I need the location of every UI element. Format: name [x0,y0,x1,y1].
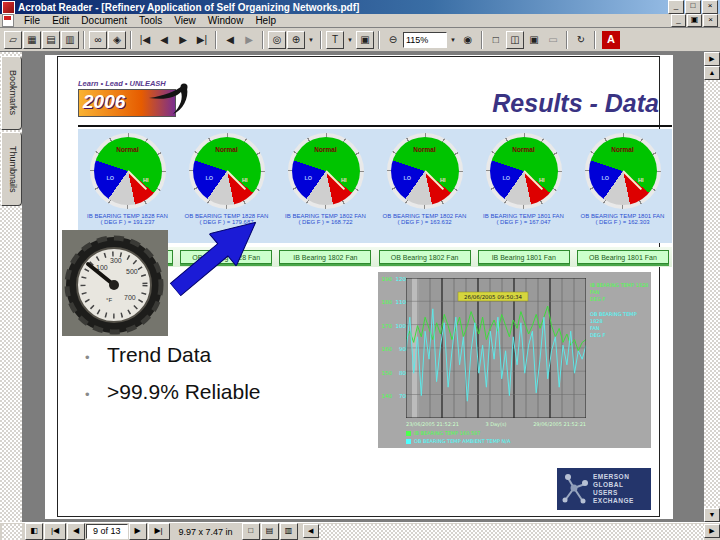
horizontal-scroll-track[interactable] [319,524,704,540]
gauge-dial[interactable]: NormalHILO [391,137,459,205]
menu-view[interactable]: View [168,14,202,27]
y-axis-green: 190180170160150140 [379,276,392,416]
gauge-dial-ring: NormalHILO [90,133,166,209]
fan-button[interactable]: IB Bearing 1801 Fan [478,250,570,264]
last-page-icon[interactable]: ▶| [148,523,170,540]
y-tick: 120 [393,276,406,299]
scroll-down-icon[interactable]: ▼ [704,508,720,522]
emerson-line: EXCHANGE [593,497,634,505]
bullet-text: Trend Data [107,343,211,367]
previous-page-icon[interactable]: ◀ [155,31,173,49]
tab-bookmarks[interactable]: Bookmarks [1,56,22,130]
fan-button[interactable]: OB Bearing 1801 Fan [577,250,669,264]
first-page-icon[interactable]: |◀ [136,31,154,49]
previous-page-icon[interactable]: ◀ [67,523,85,540]
legend-swatch [406,431,411,436]
vertical-scroll-track[interactable] [704,80,720,508]
gauge-hi-label: HI [440,177,446,183]
next-page-icon[interactable]: ▶ [129,523,147,540]
menu-file[interactable]: File [18,14,46,27]
menu-help[interactable]: Help [249,14,282,27]
tab-thumbnails[interactable]: Thumbnails [1,132,22,206]
gauge-dial[interactable]: NormalHILO [94,137,162,205]
bullet-item: • Trend Data [85,343,261,367]
bullet-list: • Trend Data • >99.9% Reliable [85,343,261,417]
zoom-out-icon[interactable]: ⊖ [384,31,402,49]
zoom-dropdown-icon[interactable]: ▼ [448,31,458,49]
doc-restore-icon[interactable]: ▣ [687,14,702,27]
menu-edit[interactable]: Edit [46,14,75,27]
fit-width-icon[interactable]: ◫ [506,31,524,49]
text-select-tool-icon[interactable]: T [326,31,344,49]
scroll-right-icon[interactable]: ▶ [704,524,720,538]
toolbar: ▱ ▦ ▤ ▥ ∞ ◈ |◀ ◀ ▶ ▶| ◀ ▶ ◎ ⊕ ▼ T ▼ ▣ ⊖ … [0,28,720,52]
page-indicator[interactable]: 9 of 13 [86,524,128,539]
y-tick: 70 [393,393,406,416]
first-page-icon[interactable]: |◀ [44,523,66,540]
save-icon[interactable]: ▦ [23,31,41,49]
window-title: Acrobat Reader - [Refinery Application o… [18,2,668,13]
select-tool-dropdown-icon[interactable]: ▼ [345,31,355,49]
print-icon[interactable]: ▤ [42,31,60,49]
gauge-dial[interactable]: NormalHILO [490,137,558,205]
scroll-up-icon[interactable]: ▲ [704,66,720,80]
zoom-in-icon[interactable]: ◉ [459,31,477,49]
show-hide-nav-icon[interactable]: ◈ [108,31,126,49]
email-icon[interactable]: ▥ [61,31,79,49]
analog-gauge-photo: 100 300 500 700 °F [62,230,168,336]
fit-page-icon[interactable]: ▣ [525,31,543,49]
gauge-hi-label: HI [341,177,347,183]
doc-close-icon[interactable]: × [703,14,718,27]
gauge-dial[interactable]: NormalHILO [193,137,261,205]
gauge-dial-ring: NormalHILO [189,133,265,209]
zoom-tool-dropdown-icon[interactable]: ▼ [306,31,316,49]
pane-splitter-icon[interactable]: ◧ [25,523,43,540]
horizontal-scrollbar[interactable]: ◀ ▶ [303,524,720,540]
leaping-figure-icon [145,82,189,122]
go-forward-icon[interactable]: ▶ [240,31,258,49]
fan-button[interactable]: OB Bearing 1802 Fan [379,250,471,264]
legend-text: IB BEARING TEMP 160.597 [414,430,480,436]
gauge: NormalHILOIB BEARING TEMP 1801 FAN( DEG … [474,129,573,243]
gauge-dial[interactable]: NormalHILO [292,137,360,205]
pdf-document-icon[interactable] [2,14,14,27]
layout-single-icon[interactable]: □ [242,523,260,540]
snapshot-tool-icon[interactable]: ▣ [356,31,374,49]
x-label-end: 29/06/2005 21:52:21 [533,421,586,427]
title-rule [78,125,672,127]
open-icon[interactable]: ▱ [4,31,22,49]
last-page-icon[interactable]: ▶| [193,31,211,49]
menu-window[interactable]: Window [202,14,250,27]
layout-facing-icon[interactable]: ▥ [280,523,298,540]
legend-right-line: FAN [590,325,650,332]
fan-button[interactable]: IB Bearing 1802 Fan [279,250,371,264]
fit-visible-icon[interactable]: ▭ [544,31,562,49]
legend-cyan: OB BEARING TEMP AMBIENT TEMP N/A [406,438,510,444]
actual-size-icon[interactable]: □ [487,31,505,49]
legend-right-line: IB BEARING TEMP 1828 [590,282,650,289]
menu-tools[interactable]: Tools [133,14,168,27]
maximize-icon[interactable]: □ [685,0,701,14]
gauge-dial[interactable]: NormalHILO [589,137,657,205]
toolbar-overflow-icon[interactable]: ▶ [704,52,720,66]
minimize-icon[interactable]: _ [668,0,684,14]
legend-green: IB BEARING TEMP 160.597 [406,430,480,436]
legend-right: IB BEARING TEMP 1828FANDEG FOB BEARING T… [590,282,650,347]
doc-minimize-icon[interactable]: _ [671,14,686,27]
emerson-exchange-logo: EMERSON GLOBAL USERS EXCHANGE [557,468,651,510]
go-back-icon[interactable]: ◀ [221,31,239,49]
next-page-icon[interactable]: ▶ [174,31,192,49]
scroll-left-icon[interactable]: ◀ [303,524,319,538]
vertical-scrollbar[interactable]: ▶ ▲ ▼ [704,52,720,522]
menu-document[interactable]: Document [75,14,133,27]
close-icon[interactable]: × [702,0,718,14]
layout-continuous-icon[interactable]: ▤ [261,523,279,540]
hand-tool-icon[interactable]: ◎ [268,31,286,49]
gauge-dial-ring: NormalHILO [387,133,463,209]
emerson-line: EMERSON [593,473,634,481]
rotate-view-icon[interactable]: ↻ [572,31,590,49]
adobe-logo-icon[interactable]: A [602,31,620,49]
zoom-level-input[interactable] [403,32,447,48]
find-icon[interactable]: ∞ [89,31,107,49]
zoom-tool-icon[interactable]: ⊕ [287,31,305,49]
